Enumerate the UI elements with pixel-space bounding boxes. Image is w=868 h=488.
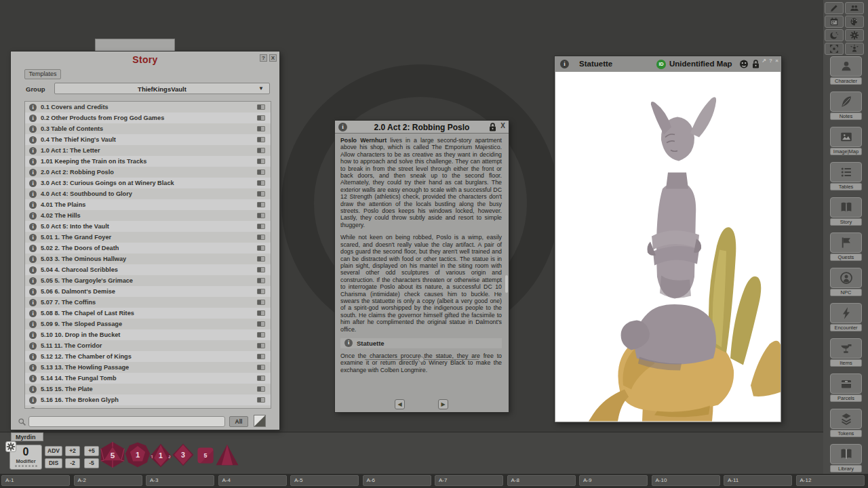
panel-toggle-icon[interactable]: [257, 245, 265, 251]
panel-toggle-icon[interactable]: [257, 321, 265, 327]
story-entry-row[interactable]: i0.2 Other Products from Frog God Games: [25, 113, 271, 123]
close-icon[interactable]: X: [500, 122, 505, 129]
sidebar-item-tables[interactable]: Tables: [830, 162, 862, 190]
next-page-button[interactable]: ▶: [438, 399, 448, 409]
minus2-button[interactable]: -2: [65, 458, 80, 468]
help-icon[interactable]: ?: [769, 58, 772, 64]
sidebar-item-encounter[interactable]: Encounter: [830, 303, 862, 331]
story-entry-row[interactable]: i2.0 Act 2: Robbing Poslo: [25, 167, 271, 178]
hotkey-slot-a-11[interactable]: A-11: [724, 475, 792, 486]
story-entry-row[interactable]: i5.06 6. Dalmont's Demise: [25, 286, 271, 297]
panel-toggle-icon[interactable]: [257, 375, 265, 381]
panel-toggle-icon[interactable]: [257, 180, 265, 186]
scrollbar-thumb[interactable]: [505, 275, 508, 293]
die-d10[interactable]: 731: [148, 443, 174, 468]
prev-page-button[interactable]: ◀: [395, 399, 405, 409]
story-entry-row[interactable]: i3.0 Act 3: Curious Goings on at Winery …: [25, 178, 271, 188]
die-d20[interactable]: 5: [99, 441, 126, 469]
panel-toggle-icon[interactable]: [257, 202, 265, 207]
sidebar-item-story[interactable]: Story: [830, 197, 862, 226]
panel-toggle-icon[interactable]: [257, 397, 265, 403]
story-entry-row[interactable]: i5.01 1. The Grand Foyer: [25, 232, 271, 243]
lock-icon[interactable]: [752, 60, 760, 68]
sidebar-item-library[interactable]: Library: [830, 444, 862, 472]
die-d12[interactable]: 1: [125, 441, 151, 468]
story-entry-row[interactable]: i5.03 3. The Ominous Hallway: [25, 253, 271, 264]
panel-toggle-icon[interactable]: [257, 256, 265, 262]
close-icon[interactable]: ×: [775, 58, 778, 64]
story-entry-row[interactable]: i1.0 Act 1: The Letter: [25, 145, 271, 156]
panel-toggle-icon[interactable]: [257, 126, 265, 131]
story-entry-row[interactable]: i5.17 17. Treasure Wagons: [25, 405, 271, 409]
hotkey-slot-a-2[interactable]: A-2: [74, 475, 142, 486]
palette-icon[interactable]: [845, 16, 864, 28]
options-icon[interactable]: [845, 29, 864, 41]
panel-toggle-icon[interactable]: [257, 104, 265, 110]
story-entry-row[interactable]: i5.09 9. The Sloped Passage: [25, 319, 271, 329]
hotkey-slot-a-12[interactable]: A-12: [796, 475, 865, 486]
lighting-icon[interactable]: [825, 29, 844, 41]
story-entry-row[interactable]: i4.01 The Plains: [25, 199, 271, 210]
panel-toggle-icon[interactable]: [257, 300, 265, 305]
act-window-header[interactable]: i 2.0 Act 2: Robbing Poslo X: [335, 121, 509, 134]
popout-icon[interactable]: ↗: [762, 58, 766, 64]
story-entry-row[interactable]: i5.11 11. The Corridor: [25, 340, 271, 351]
story-entry-row[interactable]: i5.13 13. The Howling Passage: [25, 362, 271, 373]
templates-button[interactable]: Templates: [24, 69, 61, 79]
help-button[interactable]: ?: [260, 54, 267, 62]
hotkey-slot-a-6[interactable]: A-6: [363, 475, 431, 486]
dis-button[interactable]: DIS: [45, 458, 62, 468]
plus2-button[interactable]: +2: [65, 446, 80, 456]
hotkey-slot-a-8[interactable]: A-8: [507, 475, 576, 486]
statuette-image[interactable]: [555, 72, 781, 422]
sidebar-item-image-map[interactable]: Image|Map: [830, 127, 862, 155]
panel-toggle-icon[interactable]: [257, 159, 265, 164]
effects-icon[interactable]: [845, 43, 864, 55]
story-entry-row[interactable]: i5.04 4. Charcoal Scribbles: [25, 264, 271, 275]
adv-button[interactable]: ADV: [45, 446, 62, 456]
panel-toggle-icon[interactable]: [257, 289, 265, 294]
hotkey-slot-a-7[interactable]: A-7: [435, 475, 503, 486]
story-entry-row[interactable]: i5.12 12. The Chamber of Kings: [25, 351, 271, 362]
panel-toggle-icon[interactable]: [257, 115, 265, 121]
plus5-button[interactable]: +5: [84, 446, 99, 456]
search-all-button[interactable]: All: [229, 416, 248, 427]
panel-toggle-icon[interactable]: [257, 365, 265, 370]
lock-icon[interactable]: [489, 123, 496, 131]
panel-toggle-icon[interactable]: [257, 235, 265, 240]
resize-toggle-icon[interactable]: [254, 415, 266, 427]
sidebar-item-parcels[interactable]: Parcels: [830, 373, 862, 402]
group-dropdown[interactable]: ThiefKingsVault ▼: [54, 83, 270, 94]
story-entry-row[interactable]: i4.0 Act 4: Southbound to Glory: [25, 188, 271, 199]
identity-tab[interactable]: Myrdin: [11, 432, 43, 441]
panel-toggle-icon[interactable]: [257, 191, 265, 197]
story-entry-row[interactable]: i0.1 Covers and Credits: [25, 102, 271, 113]
calendar-icon[interactable]: [825, 16, 844, 28]
pen-icon[interactable]: [825, 2, 844, 14]
sidebar-item-quests[interactable]: Quests: [830, 232, 862, 261]
sidebar-item-notes[interactable]: Notes: [830, 92, 862, 120]
hotkey-slot-a-9[interactable]: A-9: [579, 475, 648, 486]
panel-toggle-icon[interactable]: [257, 224, 265, 229]
sidebar-item-items[interactable]: Items: [830, 338, 862, 367]
panel-toggle-icon[interactable]: [257, 408, 265, 409]
panel-toggle-icon[interactable]: [257, 310, 265, 316]
hotkey-slot-a-5[interactable]: A-5: [290, 475, 359, 486]
targeting-icon[interactable]: [825, 43, 844, 55]
panel-toggle-icon[interactable]: [257, 332, 265, 338]
party-icon[interactable]: [845, 2, 864, 14]
close-icon[interactable]: X: [269, 54, 277, 62]
gear-icon[interactable]: [5, 441, 16, 452]
story-entry-row[interactable]: i1.01 Keeping the Train on its Tracks: [25, 156, 271, 167]
panel-toggle-icon[interactable]: [257, 386, 265, 392]
panel-toggle-icon[interactable]: [257, 213, 265, 218]
sidebar-item-npc[interactable]: NPC: [830, 268, 862, 296]
hotkey-slot-a-3[interactable]: A-3: [146, 475, 214, 486]
sidebar-item-tokens[interactable]: Tokens: [830, 409, 862, 437]
story-entry-row[interactable]: i5.08 8. The Chapel of Last Rites: [25, 308, 271, 319]
story-entry-row[interactable]: i5.07 7. The Coffins: [25, 297, 271, 308]
die-d4[interactable]: [215, 443, 239, 468]
hotkey-slot-a-4[interactable]: A-4: [218, 475, 287, 486]
story-entry-row[interactable]: i5.15 15. The Plate: [25, 384, 271, 394]
minus5-button[interactable]: -5: [84, 458, 99, 468]
